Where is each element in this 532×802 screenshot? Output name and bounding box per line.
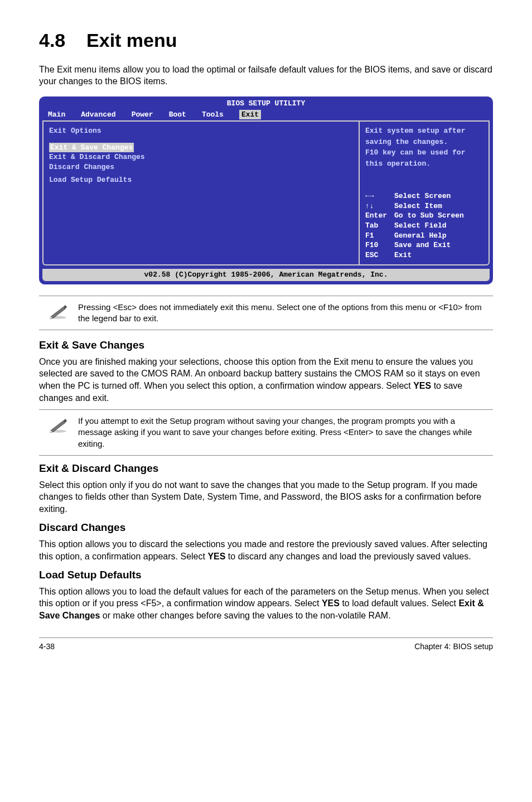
page-footer: 4-38 Chapter 4: BIOS setup [39,637,493,652]
bios-item-load-defaults[interactable]: Load Setup Defaults [49,175,353,185]
note-esc-text: Pressing <Esc> does not immediately exit… [78,302,491,325]
bios-key: ←→ [365,191,394,201]
bios-help-line: F10 key can be used for [365,148,483,158]
yes-label: YES [322,598,340,608]
para-exit-discard: Select this option only if you do not wa… [39,479,493,515]
pencil-icon [49,304,68,320]
bios-right-pane: Exit system setup after saving the chang… [359,120,490,265]
heading-exit-save: Exit & Save Changes [39,338,493,352]
bios-help-line: this operation. [365,159,483,169]
bios-window: BIOS SETUP UTILITY Main Advanced Power B… [39,96,493,284]
bios-copyright: v02.58 (C)Copyright 1985-2006, American … [42,269,490,281]
bios-util-title: BIOS SETUP UTILITY [39,96,493,109]
bios-help-line: saving the changes. [365,137,483,147]
bios-key-desc: Select Item [394,201,483,211]
section-number: 4.8 [39,30,65,51]
bios-item-exit-save[interactable]: Exit & Save Changes [49,143,134,153]
bios-key: Tab [365,221,394,231]
heading-exit-discard: Exit & Discard Changes [39,461,493,476]
bios-key-desc: Select Screen [394,191,483,201]
note-saveprompt-text: If you attempt to exit the Setup program… [78,416,491,450]
bios-key: ↑↓ [365,201,394,211]
chapter-label: Chapter 4: BIOS setup [414,641,493,652]
bios-tab-exit[interactable]: Exit [239,110,261,120]
bios-left-pane: Exit Options Exit & Save Changes Exit & … [42,120,359,265]
bios-tab-boot[interactable]: Boot [169,110,186,120]
bios-item-discard[interactable]: Discard Changes [49,162,353,172]
bios-left-heading: Exit Options [49,126,353,136]
page-number: 4-38 [39,641,55,652]
section-title-text: Exit menu [86,30,177,51]
bios-key: ESC [365,250,394,260]
bios-help-line: Exit system setup after [365,126,483,136]
bios-menubar: Main Advanced Power Boot Tools Exit [39,109,493,121]
pencil-icon [49,418,68,433]
para-discard-b: to discard any changes and load the prev… [225,552,471,561]
para-exit-save: Once you are finished making your select… [39,356,493,404]
bios-tab-main[interactable]: Main [48,110,65,120]
section-heading: 4.8 Exit menu [39,28,493,54]
bios-key-desc: Exit [394,250,483,260]
bios-key-desc: Go to Sub Screen [394,211,483,221]
note-esc: Pressing <Esc> does not immediately exit… [39,296,493,331]
bios-key-desc: Select Field [394,221,483,231]
bios-tab-tools[interactable]: Tools [202,110,224,120]
heading-discard: Discard Changes [39,520,493,535]
heading-load-defaults: Load Setup Defaults [39,568,493,582]
bios-key: F10 [365,240,394,250]
bios-item-exit-discard[interactable]: Exit & Discard Changes [49,152,353,162]
bios-key-desc: Save and Exit [394,240,483,250]
yes-label: YES [413,381,431,390]
note-saveprompt: If you attempt to exit the Setup program… [39,409,493,456]
bios-key-legend: ←→Select Screen ↑↓Select Item EnterGo to… [365,191,483,260]
bios-help-text: Exit system setup after saving the chang… [365,126,483,170]
intro-paragraph: The Exit menu items allow you to load th… [39,64,493,88]
para-load-defaults: This option allows you to load the defau… [39,586,493,622]
yes-label: YES [207,552,225,561]
para-discard: This option allows you to discard the se… [39,538,493,562]
bios-key: Enter [365,211,394,221]
bios-key: F1 [365,231,394,241]
bios-tab-advanced[interactable]: Advanced [81,110,115,120]
bios-key-desc: General Help [394,231,483,241]
para-load-c: or make other changes before saving the … [100,611,390,620]
para-load-b: to load default values. Select [340,598,458,608]
bios-tab-power[interactable]: Power [132,110,153,120]
